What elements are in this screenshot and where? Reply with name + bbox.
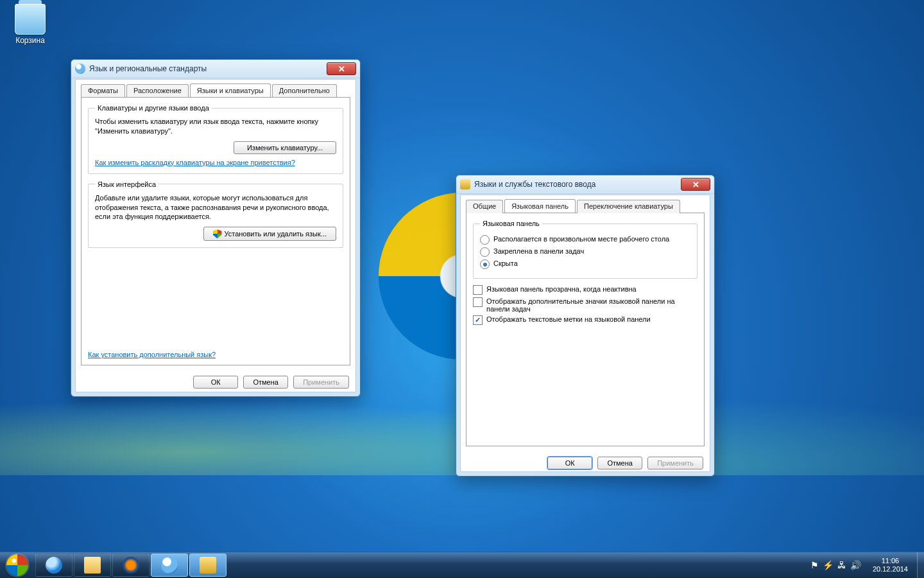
- flag-icon[interactable]: ⚑: [810, 560, 819, 570]
- clock[interactable]: 11:06 20.12.2014: [868, 557, 913, 573]
- window-body: Форматы Расположение Языки и клавиатуры …: [75, 79, 356, 392]
- taskbar-ie[interactable]: [35, 554, 73, 577]
- ok-button[interactable]: ОК: [547, 457, 592, 469]
- tab-panel: Языковая панель Располагается в произвол…: [466, 213, 705, 446]
- radio-icon: [480, 235, 490, 245]
- taskbar-text-services[interactable]: [189, 554, 227, 577]
- language-bar-legend: Языковая панель: [480, 220, 542, 227]
- titlebar[interactable]: Языки и службы текстового ввода ✕: [456, 175, 714, 194]
- radio-label: Скрыта: [493, 259, 518, 267]
- checkbox-icon: [473, 315, 483, 325]
- dialog-buttons: ОК Отмена Применить: [76, 371, 355, 394]
- install-additional-link[interactable]: Как установить дополнительный язык?: [88, 351, 216, 358]
- recycle-bin[interactable]: Корзина: [8, 4, 53, 45]
- check-additional-icons[interactable]: Отображать дополнительные значки языково…: [473, 297, 697, 313]
- tab-strip: Общие Языковая панель Переключение клави…: [461, 195, 710, 213]
- start-button[interactable]: [0, 552, 35, 578]
- display-language-group: Язык интерфейса Добавьте или удалите язы…: [88, 180, 343, 249]
- dialog-buttons: ОК Отмена Применить: [461, 451, 710, 475]
- tray-icons: ⚑ ⚡ 🖧 🔊: [810, 560, 861, 570]
- tab-keyboards-languages[interactable]: Языки и клавиатуры: [190, 83, 271, 97]
- checkbox-icon: [473, 297, 483, 307]
- check-transparent[interactable]: Языковая панель прозрачна, когда неактив…: [473, 285, 697, 295]
- checkbox-icon: [473, 285, 483, 295]
- globe-icon: [161, 557, 178, 574]
- window-body: Общие Языковая панель Переключение клави…: [460, 195, 710, 472]
- radio-floating[interactable]: Располагается в произвольном месте рабоч…: [480, 235, 690, 245]
- apply-button[interactable]: Применить: [647, 457, 703, 469]
- tab-general[interactable]: Общие: [466, 200, 503, 213]
- radio-hidden[interactable]: Скрыта: [480, 259, 690, 269]
- check-text-labels[interactable]: Отображать текстовые метки на языковой п…: [473, 315, 697, 325]
- welcome-screen-link[interactable]: Как изменить раскладку клавиатуры на экр…: [95, 159, 295, 166]
- checkbox-label: Отображать дополнительные значки языково…: [486, 297, 697, 313]
- wmp-icon: [123, 557, 139, 574]
- recycle-bin-icon: [15, 4, 46, 35]
- tab-strip: Форматы Расположение Языки и клавиатуры …: [76, 80, 355, 97]
- radio-icon: [480, 259, 490, 269]
- display-language-legend: Язык интерфейса: [95, 180, 158, 188]
- taskbar: ⚑ ⚡ 🖧 🔊 11:06 20.12.2014: [0, 552, 924, 578]
- checkbox-label: Отображать текстовые метки на языковой п…: [486, 315, 651, 323]
- tab-language-bar[interactable]: Языковая панель: [504, 199, 576, 213]
- change-keyboard-button[interactable]: Изменить клавиатуру...: [234, 141, 336, 154]
- taskbar-region-language[interactable]: [151, 554, 188, 577]
- ie-icon: [46, 557, 62, 574]
- keyboard-icon: [460, 179, 470, 189]
- region-language-window: Язык и региональные стандарты ✕ Форматы …: [71, 59, 361, 397]
- taskbar-explorer[interactable]: [74, 554, 111, 577]
- tab-location[interactable]: Расположение: [126, 84, 189, 98]
- checkbox-label: Языковая панель прозрачна, когда неактив…: [486, 285, 637, 293]
- folder-icon: [84, 557, 101, 574]
- radio-docked[interactable]: Закреплена в панели задач: [480, 247, 690, 257]
- power-icon[interactable]: ⚡: [823, 560, 834, 570]
- keyboard-icon: [200, 557, 216, 574]
- apply-button[interactable]: Применить: [293, 376, 349, 389]
- desktop: Корзина Язык и региональные стандарты ✕ …: [0, 0, 924, 552]
- cancel-button[interactable]: Отмена: [597, 457, 642, 469]
- globe-icon: [75, 64, 85, 74]
- tab-formats[interactable]: Форматы: [81, 84, 125, 98]
- date: 20.12.2014: [873, 565, 908, 574]
- shield-icon: [213, 229, 222, 238]
- ok-button[interactable]: ОК: [193, 376, 238, 389]
- window-title: Языки и службы текстового ввода: [474, 180, 595, 189]
- radio-label: Располагается в произвольном месте рабоч…: [493, 235, 669, 243]
- tab-panel: Клавиатуры и другие языки ввода Чтобы из…: [81, 97, 350, 365]
- network-icon[interactable]: 🖧: [837, 560, 846, 570]
- window-title: Язык и региональные стандарты: [89, 64, 207, 73]
- taskbar-media-player[interactable]: [112, 554, 150, 577]
- install-uninstall-languages-button[interactable]: Установить или удалить язык...: [203, 227, 337, 241]
- time: 11:06: [873, 557, 908, 565]
- keyboards-group: Клавиатуры и другие языки ввода Чтобы из…: [88, 104, 343, 174]
- keyboards-hint: Чтобы изменить клавиатуру или язык ввода…: [95, 117, 336, 136]
- show-desktop-button[interactable]: [917, 552, 924, 578]
- close-button[interactable]: ✕: [327, 62, 356, 75]
- windows-logo-icon: [6, 554, 28, 576]
- radio-label: Закреплена в панели задач: [493, 247, 584, 255]
- radio-icon: [480, 247, 490, 257]
- cancel-button[interactable]: Отмена: [243, 376, 288, 389]
- keyboards-legend: Клавиатуры и другие языки ввода: [95, 104, 212, 112]
- titlebar[interactable]: Язык и региональные стандарты ✕: [71, 60, 360, 78]
- display-language-hint: Добавьте или удалите языки, которые могу…: [95, 193, 336, 222]
- tab-advanced-key[interactable]: Переключение клавиатуры: [577, 200, 680, 213]
- language-bar-group: Языковая панель Располагается в произвол…: [473, 220, 697, 279]
- tab-administrative[interactable]: Дополнительно: [272, 84, 337, 98]
- volume-icon[interactable]: 🔊: [850, 560, 861, 570]
- close-button[interactable]: ✕: [681, 178, 710, 191]
- text-services-window: Языки и службы текстового ввода ✕ Общие …: [456, 175, 715, 477]
- system-tray: ⚑ ⚡ 🖧 🔊 11:06 20.12.2014: [807, 552, 917, 578]
- recycle-bin-label: Корзина: [8, 36, 53, 45]
